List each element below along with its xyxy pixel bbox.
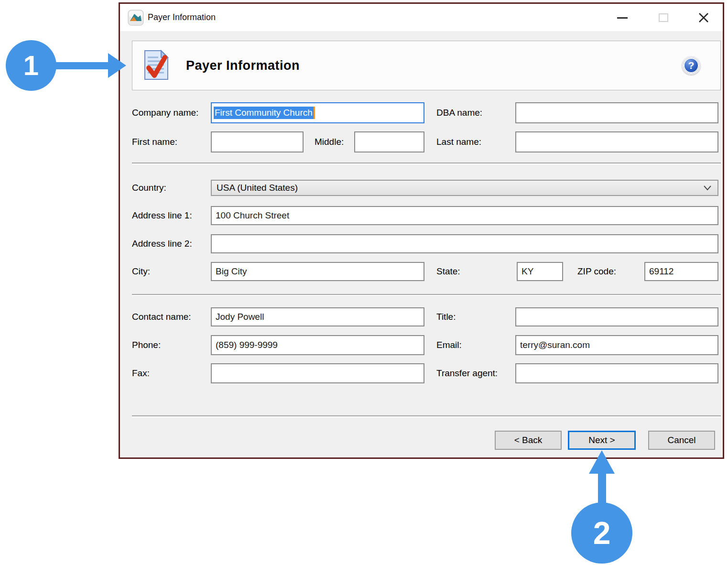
city-input[interactable] — [211, 262, 424, 281]
close-icon — [698, 12, 709, 23]
close-button[interactable] — [693, 9, 714, 27]
phone-input[interactable] — [211, 335, 424, 355]
step-2-number: 2 — [593, 515, 611, 551]
title-label: Title: — [436, 307, 456, 326]
city-label: City: — [132, 262, 150, 281]
minimize-icon — [617, 17, 628, 19]
email-input[interactable] — [515, 335, 718, 355]
title-input[interactable] — [515, 307, 718, 326]
address-line-1-input[interactable] — [211, 206, 718, 225]
maximize-icon — [659, 13, 668, 22]
email-label: Email: — [436, 335, 462, 355]
fax-input[interactable] — [211, 363, 424, 383]
title-bar[interactable]: Payer Information — [120, 4, 723, 31]
header-panel: Payer Information ? — [132, 41, 721, 90]
separator — [132, 163, 721, 164]
company-name-selected-text: First Community Church — [214, 107, 314, 119]
payer-information-dialog: Payer Information — [119, 2, 724, 459]
transfer-agent-input[interactable] — [515, 363, 718, 383]
middle-name-label: Middle: — [315, 131, 344, 152]
state-input[interactable] — [517, 262, 563, 281]
step-1-arrow-shaft — [54, 62, 110, 69]
fax-label: Fax: — [132, 363, 150, 383]
page-title: Payer Information — [186, 58, 300, 73]
step-1-badge — [6, 40, 56, 91]
first-name-label: First name: — [132, 131, 177, 152]
cancel-button[interactable]: Cancel — [648, 431, 715, 450]
step-2-badge — [571, 502, 632, 564]
maximize-button — [653, 9, 674, 27]
address-line-2-input[interactable] — [211, 234, 718, 253]
window-title: Payer Information — [148, 4, 216, 31]
country-select[interactable]: USA (United States) — [211, 180, 718, 196]
zip-code-label: ZIP code: — [577, 262, 616, 281]
next-button[interactable]: Next > — [568, 431, 636, 450]
first-name-input[interactable] — [211, 131, 304, 152]
address-line-1-label: Address line 1: — [132, 206, 192, 225]
help-icon[interactable]: ? — [682, 56, 700, 75]
document-check-icon — [143, 50, 170, 83]
contact-name-label: Contact name: — [132, 307, 191, 326]
company-name-input[interactable]: First Community Church — [211, 102, 424, 123]
app-logo-icon — [128, 10, 144, 26]
company-name-label: Company name: — [132, 102, 198, 123]
contact-name-input[interactable] — [211, 307, 424, 326]
step-2-arrow-shaft — [598, 472, 606, 508]
address-line-2-label: Address line 2: — [132, 234, 192, 253]
screenshot-canvas: Payer Information — [0, 0, 728, 565]
chevron-down-icon — [703, 185, 712, 191]
country-label: Country: — [132, 180, 166, 196]
phone-label: Phone: — [132, 335, 161, 355]
minimize-button[interactable] — [612, 9, 633, 27]
step-1-number: 1 — [23, 50, 39, 81]
last-name-input[interactable] — [515, 131, 718, 152]
separator — [132, 415, 721, 417]
last-name-label: Last name: — [436, 131, 481, 152]
dba-name-input[interactable] — [515, 102, 718, 123]
dba-name-label: DBA name: — [436, 102, 482, 123]
state-label: State: — [436, 262, 460, 281]
separator — [132, 294, 721, 296]
transfer-agent-label: Transfer agent: — [436, 363, 498, 383]
help-glyph: ? — [688, 60, 695, 71]
text-caret — [314, 107, 315, 119]
middle-name-input[interactable] — [354, 131, 424, 152]
country-selected-value: USA (United States) — [217, 183, 298, 193]
back-button[interactable]: < Back — [495, 431, 562, 450]
zip-code-input[interactable] — [644, 262, 718, 281]
